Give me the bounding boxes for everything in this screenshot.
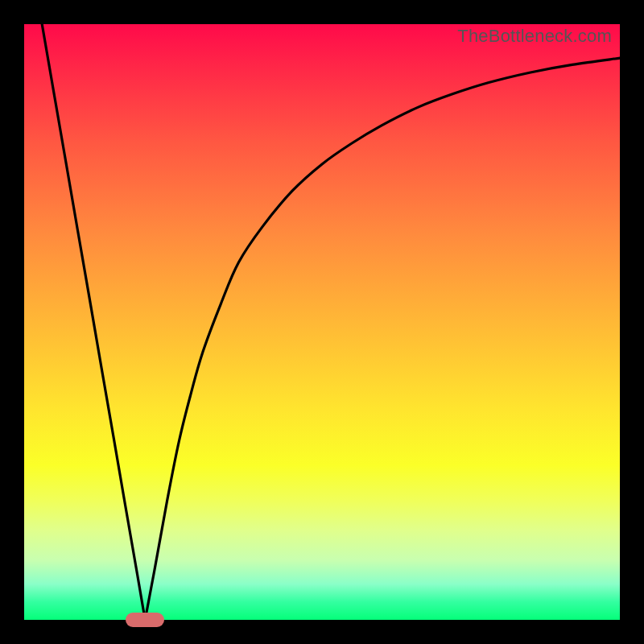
right-branch-line [145,58,620,620]
left-branch-line [42,24,145,620]
chart-frame: TheBottleneck.com [0,0,644,644]
curve-layer [24,24,620,620]
bottleneck-marker [126,613,164,627]
plot-area: TheBottleneck.com [24,24,620,620]
